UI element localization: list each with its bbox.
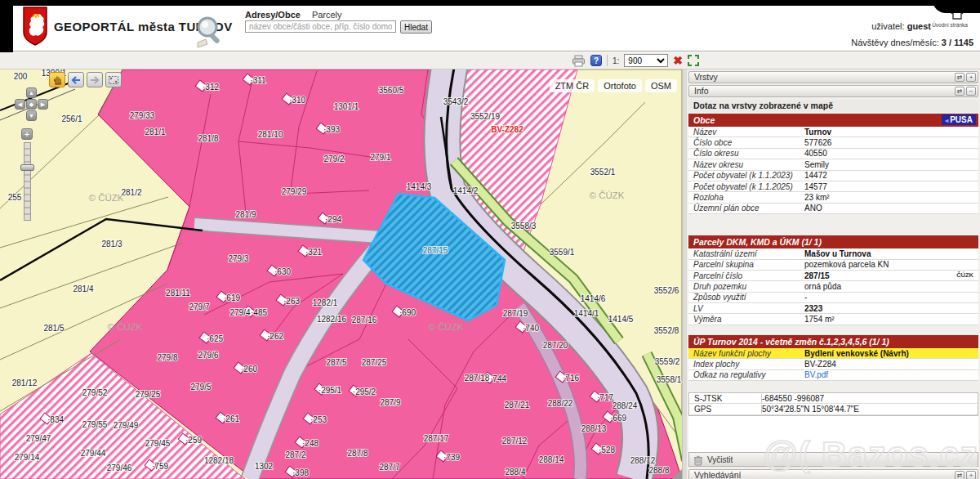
panel-dock-icon[interactable]: ⇄ <box>955 87 964 96</box>
map-parcel-label: 287/7 <box>379 463 399 472</box>
map-parcel-label: 279/4 <box>229 308 250 317</box>
pan-down-button[interactable]: ▼ <box>26 110 37 121</box>
panel-dock-icon[interactable]: ⇄ <box>955 73 964 82</box>
field-label: GPS <box>689 405 762 414</box>
frame-edge <box>0 0 13 52</box>
map-parcel-label: 288/8 <box>648 466 669 475</box>
map-parcel-label: ·739 <box>443 453 460 462</box>
map-parcel-label: 281/4 <box>73 284 93 293</box>
zoom-slider-track[interactable] <box>24 142 31 221</box>
map-parcel-label: 287/12 <box>502 436 528 445</box>
map-parcel-label: 3558/1 <box>657 375 682 384</box>
map-parcel-label: ·716 <box>563 374 579 383</box>
back-extent-button[interactable] <box>68 72 84 87</box>
field-label: Počet obyvatel (k 1.1.2025) <box>688 182 804 191</box>
clear-button[interactable]: Vyčistit <box>688 452 978 467</box>
forward-extent-button[interactable] <box>87 72 103 87</box>
map-parcel-label: 200 <box>14 72 28 81</box>
panel-expand-icon[interactable]: + <box>966 471 976 479</box>
map-parcel-label: ·744 <box>490 374 506 383</box>
basemap-button-ztmr[interactable]: ZTM ČR <box>550 79 595 92</box>
map-parcel-label: ·759 <box>152 462 168 471</box>
map-parcel-label: 279/46 <box>107 463 132 472</box>
cuzk-link[interactable]: ČÚZK <box>956 271 973 279</box>
field-value: 23 km² <box>804 193 978 202</box>
info-row: Odkaz na regulativyBV.pdf <box>688 370 978 381</box>
field-value: Semily <box>804 160 978 169</box>
panel-info[interactable]: Info ⇄− <box>688 85 978 97</box>
map-parcel-label: BV-Z282 <box>491 125 523 134</box>
map-parcel-label: ·310 <box>289 96 305 105</box>
field-value: ANO <box>804 204 978 213</box>
map-copyright-watermark: © ČÚZK <box>590 190 625 200</box>
info-row: Číslo okresu40550 <box>688 149 978 159</box>
basemap-button-osm[interactable]: OSM <box>645 79 677 92</box>
map-parcel-label: ·248 <box>302 439 318 448</box>
pan-left-button[interactable]: ◀ <box>15 99 25 110</box>
map-parcel-label: ·261 <box>223 414 239 423</box>
info-row: Parcelní skupinapozemková parcela KN <box>688 260 978 271</box>
zoom-in-button[interactable]: + <box>21 128 33 140</box>
help-icon[interactable]: ? <box>590 55 602 66</box>
map-canvas[interactable]: 2001300/1256/1255279/33281/1·312·311·310… <box>0 69 682 479</box>
field-value: Mašov u Turnova <box>804 249 978 258</box>
app-header: GEOPORTÁL města TURNOV Adresy/ObceParcel… <box>0 0 980 51</box>
pan-right-button[interactable]: ▶ <box>38 99 48 110</box>
trash-icon <box>693 455 703 466</box>
field-value: 40550 <box>804 149 978 158</box>
map-parcel-label: 279/29 <box>282 187 307 196</box>
pusa-button[interactable]: ◂PUSA <box>942 114 976 125</box>
field-value: BV.pdf <box>804 370 978 379</box>
measure-tool-button[interactable] <box>105 72 122 87</box>
info-row: Způsob využití- <box>688 293 978 303</box>
map-resize-handle[interactable] <box>672 469 682 479</box>
field-value: Turnov <box>804 128 978 137</box>
info-row: Rozloha23 km² <box>688 192 978 203</box>
pan-center-button[interactable]: ◆ <box>26 99 37 110</box>
scale-prefix: 1: <box>612 56 619 65</box>
panel-collapse-icon[interactable]: − <box>966 87 976 96</box>
map-parcel-label: 279/14 <box>15 453 40 462</box>
panel-vyhledavani[interactable]: Vyhledávání ⇄+ <box>688 469 978 479</box>
field-label: Číslo obce <box>688 138 804 147</box>
tab-parcely[interactable]: Parcely <box>312 10 342 20</box>
section-obce: Obce ◂PUSA <box>688 114 978 127</box>
field-label: Územní plán obce <box>688 204 804 213</box>
pan-tool-button[interactable] <box>49 72 65 87</box>
tab-adresy-obce[interactable]: Adresy/Obce <box>245 10 301 20</box>
query-title: Dotaz na vrstvy zobrazené v mapě <box>688 100 978 112</box>
field-value: pozemková parcela KN <box>804 260 978 269</box>
search-button[interactable]: Hledat <box>400 20 432 34</box>
screen: GEOPORTÁL města TURNOV Adresy/ObceParcel… <box>0 0 980 479</box>
map-parcel-label: 281/8 <box>198 134 218 143</box>
pan-up-button[interactable]: ▲ <box>26 87 37 98</box>
field-label: Druh pozemku <box>688 282 804 291</box>
search-input[interactable] <box>245 20 396 33</box>
info-row: Počet obyvatel (k 1.1.2023)14472 <box>688 171 978 181</box>
scale-select[interactable]: 900 <box>624 54 668 67</box>
visits-value: 3 / 1145 <box>942 38 973 47</box>
map-drawing: 2001300/1256/1255279/33281/1·312·311·310… <box>0 69 682 479</box>
close-icon[interactable]: ✖ <box>673 55 683 66</box>
map-parcel-label: 287/2 <box>285 450 305 459</box>
basemap-button-ortofoto[interactable]: Ortofoto <box>598 79 642 92</box>
map-parcel-label: ·398 <box>292 468 309 477</box>
map-parcel-label: ·740 <box>523 324 539 333</box>
info-row: LV2323 <box>688 303 978 314</box>
map-tool-buttons <box>49 72 122 87</box>
print-icon[interactable] <box>572 55 586 67</box>
panel-expand-icon[interactable]: + <box>966 73 976 82</box>
panel-dock-icon[interactable]: ⇄ <box>955 471 964 479</box>
map-parcel-label: 288/13 <box>581 424 607 433</box>
panel-vrstvy[interactable]: Vrstvy ⇄+ <box>688 71 978 83</box>
field-label: Výměra <box>688 315 804 324</box>
regulativ-pdf-link[interactable]: BV.pdf <box>804 370 828 379</box>
map-parcel-label: 279/49 <box>114 421 139 430</box>
map-parcel-label: 256/1 <box>61 114 82 123</box>
info-row: Index plochyBV-Z284 <box>688 359 978 369</box>
fullscreen-icon[interactable] <box>688 55 699 66</box>
section-up: ÚP Turnov 2014 - včetně změn č.1,2,3,4,5… <box>688 335 978 348</box>
frame-edge <box>933 0 980 13</box>
field-label: Způsob využití <box>688 293 804 302</box>
zoom-slider-handle[interactable] <box>20 164 34 171</box>
